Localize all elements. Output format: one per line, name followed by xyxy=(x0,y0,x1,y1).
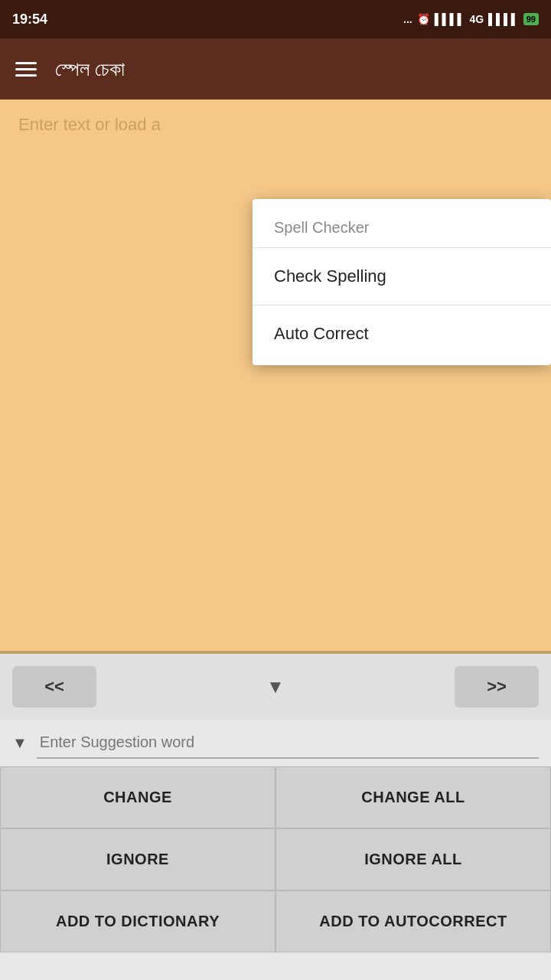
suggestion-dropdown-icon[interactable]: ▼ xyxy=(12,734,28,752)
status-time: 19:54 xyxy=(12,11,47,28)
action-buttons-grid: CHANGE CHANGE ALL IGNORE IGNORE ALL ADD … xyxy=(0,766,551,952)
network-type: 4G xyxy=(469,13,484,25)
add-to-autocorrect-button[interactable]: ADD TO AUTOCORRECT xyxy=(276,890,551,952)
controls-area: << ▼ >> ▼ CHANGE CHANGE ALL IGNORE IGNOR… xyxy=(0,654,551,952)
main-text-area[interactable]: Enter text or load a Spell Checker Check… xyxy=(0,100,551,651)
hamburger-menu-button[interactable] xyxy=(15,62,37,77)
status-bar: 19:54 ... ⏰ ▌▌▌▌ 4G ▌▌▌▌ 99 xyxy=(0,0,551,38)
app-title: স্পেল চেকা xyxy=(55,57,125,81)
suggestion-row: ▼ xyxy=(0,720,551,766)
dropdown-divider-2 xyxy=(253,305,551,305)
dropdown-divider-1 xyxy=(253,247,551,248)
next-button[interactable]: >> xyxy=(455,666,539,707)
dropdown-menu: Spell Checker Check Spelling Auto Correc… xyxy=(253,199,551,365)
battery-indicator: 99 xyxy=(523,13,539,25)
suggestion-input[interactable] xyxy=(37,727,539,759)
change-button[interactable]: CHANGE xyxy=(0,766,276,828)
menu-item-auto-correct[interactable]: Auto Correct xyxy=(253,309,551,359)
hamburger-line-2 xyxy=(15,68,37,70)
app-bar: স্পেল চেকা xyxy=(0,38,551,100)
notification-icon: ... xyxy=(403,13,412,25)
hamburger-line-1 xyxy=(15,62,37,64)
alarm-icon: ⏰ xyxy=(417,13,430,25)
add-to-dictionary-button[interactable]: ADD TO DICTIONARY xyxy=(0,890,276,952)
navigation-row: << ▼ >> xyxy=(0,654,551,720)
ignore-all-button[interactable]: IGNORE ALL xyxy=(276,828,551,890)
change-all-button[interactable]: CHANGE ALL xyxy=(276,766,551,828)
status-icons: ... ⏰ ▌▌▌▌ 4G ▌▌▌▌ 99 xyxy=(403,13,539,25)
text-area-placeholder: Enter text or load a xyxy=(0,100,551,150)
prev-button[interactable]: << xyxy=(12,666,96,707)
hamburger-line-3 xyxy=(15,74,37,77)
menu-item-check-spelling[interactable]: Check Spelling xyxy=(253,251,551,302)
center-dropdown-arrow[interactable]: ▼ xyxy=(266,676,285,697)
signal-icon: ▌▌▌▌ xyxy=(435,13,465,25)
dropdown-menu-title: Spell Checker xyxy=(253,205,551,244)
ignore-button[interactable]: IGNORE xyxy=(0,828,276,890)
signal-icon-2: ▌▌▌▌ xyxy=(488,13,519,25)
